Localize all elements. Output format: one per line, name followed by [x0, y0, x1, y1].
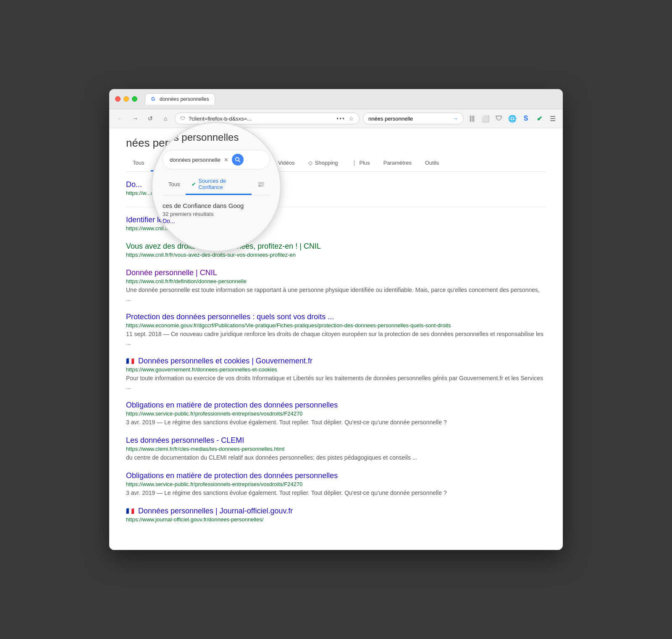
fullscreen-button[interactable] [132, 96, 137, 102]
tab-bar: G données personnelles [145, 93, 557, 105]
content-area: ées personnelles données personnelle ✕ T… [109, 128, 563, 550]
toolbar-icons: ||| ⬜ 🛡 🌐 S ✔ ☰ [467, 113, 558, 124]
browser-tab[interactable]: G données personnelles [145, 93, 215, 105]
menu-icon[interactable]: ☰ [548, 113, 558, 124]
reading-mode-icon[interactable]: ⬜ [480, 113, 491, 124]
svg-line-1 [239, 160, 240, 162]
result-url: https://www.economie.gouv.fr/dgccrf/Publ… [126, 322, 546, 329]
list-item: Protection des données personnelles : qu… [126, 313, 546, 347]
result-title[interactable]: Protection des données personnelles : qu… [126, 313, 546, 321]
result-title[interactable]: Les données personnelles - CLEMI [126, 436, 546, 445]
magnifier-tab-trusted[interactable]: ✔ Sources de Confiance [186, 174, 252, 195]
tab-favicon-icon: G [151, 96, 157, 102]
tab-shopping[interactable]: ◇ Shopping [302, 155, 345, 171]
tab-tous[interactable]: Tous [126, 155, 151, 171]
result-url: https://www.cnil.fr/fr/vous-avez-des-dro… [126, 252, 546, 258]
svg-point-0 [235, 158, 239, 161]
globe-icon[interactable]: 🌐 [507, 113, 517, 124]
magnifier-tab-news[interactable]: 📰 [252, 178, 270, 192]
list-item: Obligations en matière de protection des… [126, 471, 546, 497]
minimize-button[interactable] [123, 96, 129, 102]
tab-parametres-label: Paramètres [383, 160, 412, 166]
plus-dots-icon: ⋮ [352, 160, 357, 166]
tab-videos-label: Vidéos [278, 160, 295, 166]
result-url: https://www.clemi.fr/fr/cles-medias/les-… [126, 446, 546, 452]
magnifier-overlay: ées personnelles données personnelle ✕ T… [151, 122, 281, 252]
magnifier-search-button[interactable] [232, 154, 244, 166]
search-bar[interactable]: → [363, 113, 464, 124]
toolbar: ← → ↺ ⌂ 🛡 ••• ☆ → ||| ⬜ 🛡 🌐 S ✔ ☰ [109, 109, 563, 128]
browser-window: G données personnelles ← → ↺ ⌂ 🛡 ••• ☆ →… [109, 89, 563, 550]
result-snippet: 3 avr. 2019 — Le régime des sanctions év… [126, 418, 546, 427]
back-button[interactable]: ← [114, 113, 126, 124]
result-title[interactable]: Obligations en matière de protection des… [126, 471, 546, 480]
magnifier-tab-trusted-label: Sources de Confiance [198, 178, 246, 190]
list-item: Donnée personnelle | CNIL https://www.cn… [126, 268, 546, 303]
tab-plus-label: Plus [360, 160, 370, 166]
more-options-icon[interactable]: ••• [336, 115, 345, 122]
magnifier-first-link[interactable]: Do... [163, 218, 175, 224]
lock-icon: 🛡 [180, 116, 185, 121]
library-icon[interactable]: ||| [467, 113, 477, 124]
forward-button[interactable]: → [129, 113, 141, 124]
result-snippet: Une donnée personnelle est toute informa… [126, 286, 546, 303]
s-extension-icon[interactable]: S [521, 113, 531, 124]
trusted-checkmark-icon: ✔ [192, 181, 196, 187]
address-input[interactable] [189, 116, 333, 122]
list-item: 🇫🇷 Données personnelles | Journal-offici… [126, 507, 546, 524]
result-title[interactable]: Obligations en matière de protection des… [126, 401, 546, 410]
list-item: Obligations en matière de protection des… [126, 401, 546, 427]
magnifier-tabs: Tous ✔ Sources de Confiance 📰 [163, 174, 270, 195]
result-url: https://www.service-public.fr/profession… [126, 410, 546, 417]
title-bar: G données personnelles [109, 89, 563, 109]
tab-parametres[interactable]: Paramètres [377, 155, 418, 171]
list-item: 🇫🇷 Données personnelles et cookies | Gou… [126, 357, 546, 392]
magnifier-tab-tous-label: Tous [168, 181, 180, 187]
result-title[interactable]: 🇫🇷 Données personnelles | Journal-offici… [126, 507, 546, 515]
bookmark-icon[interactable]: ☆ [349, 115, 354, 122]
shopping-icon: ◇ [308, 160, 312, 166]
close-button[interactable] [115, 96, 121, 102]
magnifier-search-text: données personnelle [170, 157, 220, 163]
tab-plus[interactable]: ⋮ Plus [345, 155, 377, 171]
magnifier-subheading: ces de Confiance dans Goog [163, 202, 270, 209]
result-url: https://www.journal-officiel.gouv.fr/don… [126, 516, 546, 523]
address-bar[interactable]: 🛡 ••• ☆ [175, 113, 360, 124]
search-input[interactable] [368, 116, 449, 122]
magnifier-search-row: données personnelle ✕ [163, 150, 270, 169]
check-extension-icon[interactable]: ✔ [534, 113, 544, 124]
magnifier-tab-tous[interactable]: Tous [163, 178, 186, 192]
result-title[interactable]: 🇫🇷 Données personnelles et cookies | Gou… [126, 357, 546, 366]
tab-title: données personnelles [160, 96, 209, 102]
result-title[interactable]: Donnée personnelle | CNIL [126, 268, 546, 277]
news-icon: 📰 [257, 181, 264, 187]
tab-tous-label: Tous [133, 160, 144, 166]
french-flag-icon: 🇫🇷 [126, 357, 134, 365]
result-snippet: 11 sept. 2018 — Ce nouveau cadre juridiq… [126, 330, 546, 347]
result-url: https://www.cnil.fr/fr/definition/donnee… [126, 278, 546, 284]
magnifier-clear-icon[interactable]: ✕ [224, 157, 228, 163]
result-snippet: 3 avr. 2019 — Le régime des sanctions év… [126, 489, 546, 497]
search-arrow-icon: → [452, 115, 458, 122]
shield-icon[interactable]: 🛡 [494, 113, 504, 124]
french-flag-icon-2: 🇫🇷 [126, 507, 134, 515]
tab-shopping-label: Shopping [315, 160, 338, 166]
result-url: https://www.gouvernement.fr/donnees-pers… [126, 366, 546, 373]
tab-outils-label: Outils [425, 160, 439, 166]
list-item: Les données personnelles - CLEMI https:/… [126, 436, 546, 462]
result-snippet: Pour toute information ou exercice de vo… [126, 374, 546, 392]
home-button[interactable]: ⌂ [160, 113, 171, 124]
result-snippet: du centre de documentation du CLEMI rela… [126, 453, 546, 462]
result-url: https://www.service-public.fr/profession… [126, 481, 546, 487]
magnifier-first-results: 32 premiers résultats [163, 211, 270, 217]
traffic-lights [115, 96, 137, 102]
tab-outils[interactable]: Outils [418, 155, 446, 171]
reload-button[interactable]: ↺ [144, 113, 156, 124]
